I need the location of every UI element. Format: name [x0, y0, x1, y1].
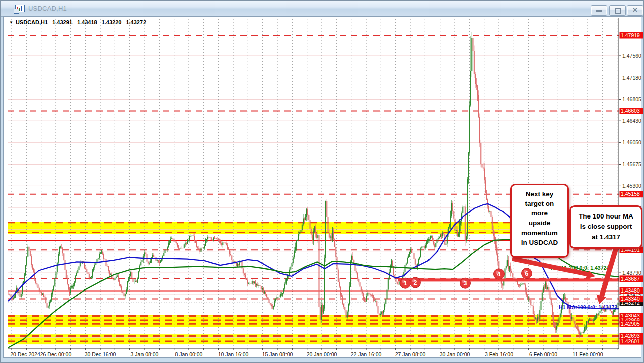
svg-text:15 Jan 08:00: 15 Jan 08:00 [262, 351, 293, 357]
svg-text:1.46603: 1.46603 [621, 108, 640, 114]
svg-text:8 Jan 00:00: 8 Jan 00:00 [175, 351, 203, 357]
svg-text:1.43790: 1.43790 [622, 270, 641, 276]
legend-expander-icon[interactable]: ▼ [9, 20, 13, 25]
svg-text:4: 4 [497, 271, 501, 278]
svg-text:2: 2 [414, 279, 417, 286]
x-axis: 20 Dec 202426 Dec 00:0030 Dec 16:003 Jan… [8, 348, 619, 357]
svg-text:H1 MA:100 0:0: 1.43172: H1 MA:100 0:0: 1.43172 [559, 304, 617, 310]
svg-text:3: 3 [464, 280, 467, 287]
svg-text:11 Feb 00:00: 11 Feb 00:00 [572, 351, 603, 357]
legend-close: 1.43272 [126, 19, 146, 25]
svg-text:1.47180: 1.47180 [622, 75, 641, 81]
legend-low: 1.43220 [102, 19, 122, 25]
price-chart[interactable]: H1 MA:200 0:0: 1.43724H1 MA:100 0:0: 1.4… [1, 1, 644, 363]
svg-text:1.43687: 1.43687 [621, 276, 640, 282]
svg-text:3 Feb 16:00: 3 Feb 16:00 [485, 351, 513, 357]
svg-text:6 Feb 08:00: 6 Feb 08:00 [529, 351, 557, 357]
y-axis: 1.475601.471801.468051.464301.460501.456… [619, 18, 643, 349]
svg-text:1.46050: 1.46050 [622, 139, 641, 146]
annotation-upside-target[interactable]: Next key target on more upside momentum … [510, 184, 569, 258]
svg-text:1: 1 [404, 280, 407, 287]
svg-text:22 Jan 16:00: 22 Jan 16:00 [351, 351, 382, 357]
svg-text:1.47919: 1.47919 [621, 32, 640, 38]
svg-text:1.46805: 1.46805 [622, 96, 641, 102]
svg-text:1.46430: 1.46430 [622, 118, 641, 124]
chart-window: USDCAD,H1 ✕ H1 MA:200 0:0: 1.43724H1 MA:… [0, 0, 644, 363]
svg-text:26 Dec 00:00: 26 Dec 00:00 [40, 351, 72, 357]
legend-open: 1.43291 [52, 19, 73, 25]
svg-text:1.42905: 1.42905 [621, 321, 640, 327]
chart-legend[interactable]: ▼USDCAD,H11.432911.434181.432201.43272 [9, 19, 146, 25]
svg-text:1.42601: 1.42601 [621, 338, 640, 344]
svg-text:20 Dec 2024: 20 Dec 2024 [10, 351, 40, 357]
annotation-ma-support[interactable]: The 100 hour MA is close support at 1.43… [569, 205, 642, 249]
svg-text:6: 6 [525, 270, 529, 277]
svg-text:1.43480: 1.43480 [621, 287, 640, 294]
svg-text:10 Jan 16:00: 10 Jan 16:00 [218, 351, 249, 357]
svg-text:20 Jan 00:00: 20 Jan 00:00 [307, 351, 337, 357]
legend-high: 1.43418 [77, 19, 97, 25]
svg-text:1.45158: 1.45158 [621, 191, 640, 197]
legend-symbol: USDCAD,H1 [16, 19, 48, 25]
svg-text:3 Jan 08:00: 3 Jan 08:00 [131, 351, 159, 357]
svg-text:30 Dec 16:00: 30 Dec 16:00 [85, 351, 116, 357]
svg-text:27 Jan 08:00: 27 Jan 08:00 [395, 351, 426, 357]
svg-text:1.47560: 1.47560 [622, 53, 641, 59]
svg-text:1.45675: 1.45675 [622, 161, 641, 167]
svg-text:1.45300: 1.45300 [622, 183, 641, 189]
svg-text:1.43340: 1.43340 [621, 296, 640, 302]
svg-text:30 Jan 00:00: 30 Jan 00:00 [440, 351, 470, 357]
